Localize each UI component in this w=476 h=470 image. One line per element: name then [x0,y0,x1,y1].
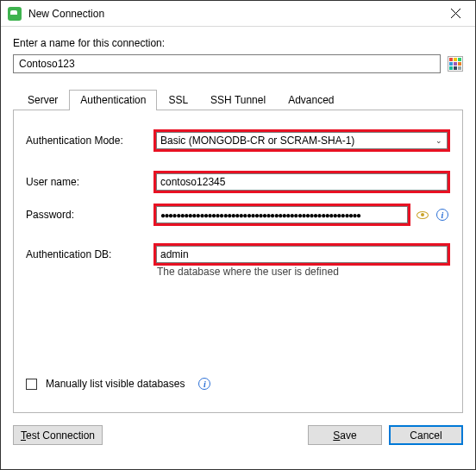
manual-db-label: Manually list visible databases [46,378,185,390]
username-label: User name: [26,176,153,188]
reveal-password-button[interactable] [415,207,430,222]
test-connection-button[interactable]: Test Connection [13,425,103,445]
password-info-button[interactable]: i [435,207,450,222]
authdb-label: Authentication DB: [26,248,153,260]
auth-mode-label: Authentication Mode: [26,135,153,147]
tab-authentication[interactable]: Authentication [69,90,157,110]
manual-db-info-button[interactable]: i [197,376,212,392]
username-input[interactable] [156,173,448,191]
eye-icon [416,211,429,219]
info-icon: i [436,209,448,221]
password-input[interactable] [156,206,408,223]
color-picker-button[interactable] [448,56,463,72]
info-icon: i [198,378,210,390]
window-title: New Connection [28,8,436,20]
tab-ssh-tunnel[interactable]: SSH Tunnel [199,90,277,110]
close-icon[interactable] [436,1,475,27]
authdb-input[interactable] [156,246,448,263]
connection-name-input[interactable] [13,54,441,73]
name-prompt: Enter a name for this connection: [13,37,463,49]
app-icon [8,7,22,21]
tab-ssl[interactable]: SSL [157,90,199,110]
manual-db-checkbox[interactable] [26,379,37,390]
tab-advanced[interactable]: Advanced [277,90,345,110]
tab-server[interactable]: Server [16,90,69,110]
password-label: Password: [26,209,153,221]
save-button[interactable]: Save [308,425,382,445]
authdb-helper: The database where the user is defined [157,266,450,278]
auth-mode-select[interactable]: Basic (MONGODB-CR or SCRAM-SHA-1) [156,132,448,149]
cancel-button[interactable]: Cancel [389,425,463,445]
